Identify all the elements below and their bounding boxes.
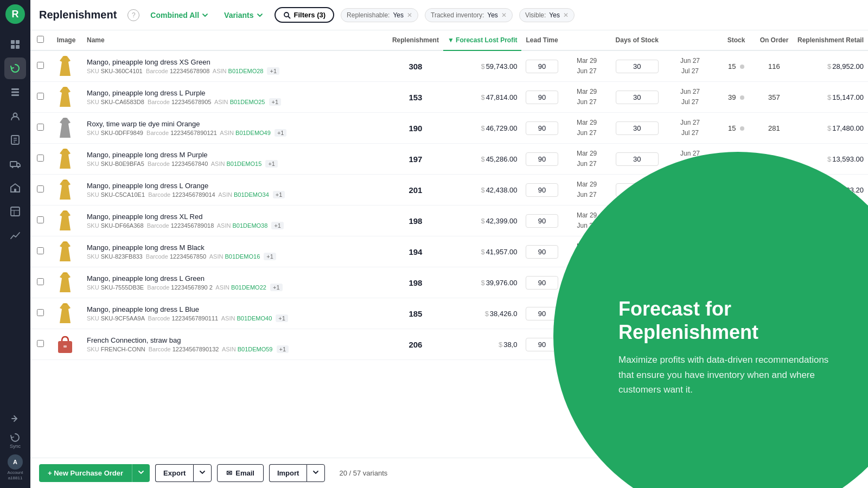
row-checkbox[interactable] — [37, 216, 44, 223]
import-dropdown[interactable] — [307, 464, 325, 482]
table-row: Mango, pineapple long dress L Purple SKU… — [30, 82, 868, 113]
expand-icon[interactable] — [4, 408, 26, 429]
account-icon[interactable]: A Account a18811 — [4, 452, 26, 483]
select-all-checkbox[interactable] — [37, 36, 44, 43]
dos-cell[interactable]: 30 — [611, 113, 663, 144]
product-name-cell: Mango, pineapple long dress XL Red SKU S… — [82, 206, 388, 236]
lead-time-input[interactable]: 90 — [526, 91, 558, 104]
dates1-cell: Mar 29 Jun 27 — [563, 113, 611, 144]
product-name: Mango, pineapple long dress L Green — [87, 274, 384, 282]
lead-time-input[interactable]: 90 — [526, 276, 558, 290]
days-of-stock-input[interactable]: 30 — [616, 60, 659, 73]
row-checkbox[interactable] — [37, 93, 44, 100]
header-image-col: Image — [50, 30, 82, 50]
svg-rect-25 — [63, 345, 67, 348]
leadtime-cell[interactable]: 90 — [521, 236, 562, 267]
overlay-description: Maximize profits with data-driven recomm… — [618, 352, 846, 397]
contacts-icon[interactable] — [4, 105, 26, 127]
email-button[interactable]: ✉ Email — [217, 464, 264, 482]
stock-indicator-icon — [740, 95, 744, 100]
lead-time-input[interactable]: 90 — [526, 121, 558, 135]
onorder-cell: 357 — [755, 82, 793, 113]
dashboard-icon[interactable] — [4, 34, 26, 55]
leadtime-cell[interactable]: 90 — [521, 267, 562, 298]
days-of-stock-input[interactable]: 30 — [616, 152, 659, 166]
dos-cell[interactable]: 30 — [611, 82, 663, 113]
leadtime-cell[interactable]: 90 — [521, 50, 562, 82]
leadtime-cell[interactable]: 90 — [521, 82, 562, 113]
lead-time-input[interactable]: 90 — [526, 152, 558, 166]
product-name: Mango, pineapple long dress M Black — [87, 243, 384, 252]
dates1-cell: Mar 29 Jun 27 — [563, 50, 611, 82]
replenishable-filter-chip[interactable]: Replenishable: Yes ✕ — [341, 8, 418, 22]
new-purchase-order-dropdown[interactable] — [132, 464, 150, 482]
row-checkbox[interactable] — [37, 309, 44, 316]
row-checkbox[interactable] — [37, 155, 44, 162]
catalog-icon[interactable] — [4, 81, 26, 103]
row-checkbox[interactable] — [37, 247, 44, 254]
shipping-icon[interactable] — [4, 153, 26, 175]
days-of-stock-input[interactable]: 30 — [616, 121, 659, 135]
analytics-icon[interactable] — [4, 224, 26, 246]
stock-dates: Jun 27 Jul 27 — [667, 56, 713, 76]
dos-cell[interactable]: 30 — [611, 50, 663, 82]
leadtime-cell[interactable]: 90 — [521, 206, 562, 236]
product-image-cell — [50, 82, 82, 113]
export-button[interactable]: Export — [155, 464, 193, 482]
row-checkbox[interactable] — [37, 62, 44, 69]
product-image-cell — [50, 298, 82, 329]
tracked-inventory-filter-chip[interactable]: Tracked inventory: Yes ✕ — [425, 8, 513, 22]
orders-icon[interactable] — [4, 129, 26, 151]
visible-filter-chip[interactable]: Visible: Yes ✕ — [519, 8, 575, 22]
import-button-group: Import — [269, 464, 325, 482]
new-purchase-order-button[interactable]: + New Purchase Order — [39, 464, 132, 482]
table-reports-icon[interactable] — [4, 201, 26, 222]
replenishment-nav-icon[interactable] — [4, 57, 26, 79]
row-checkbox[interactable] — [37, 185, 44, 192]
header-replenishment-col: Replenishment — [388, 30, 443, 50]
forecast-cell: $59,743.00 — [443, 50, 522, 82]
forecast-value: $38,426.0 — [485, 310, 518, 318]
lead-time-input[interactable]: 90 — [526, 307, 558, 320]
lead-time-input[interactable]: 90 — [526, 245, 558, 259]
export-dropdown[interactable] — [193, 464, 212, 482]
combined-all-button[interactable]: Combined All — [146, 9, 213, 22]
filters-label: Filters (3) — [294, 11, 326, 19]
retail-cell: $15,147.00 — [793, 82, 868, 113]
variant-tag: +1 — [265, 160, 278, 168]
row-checkbox[interactable] — [37, 340, 44, 347]
replenishment-value: 198 — [409, 278, 422, 287]
replenishment-value: 194 — [409, 247, 422, 256]
days-of-stock-input[interactable]: 30 — [616, 91, 659, 104]
variants-button[interactable]: Variants — [220, 9, 267, 22]
sync-button[interactable]: Sync — [10, 433, 21, 449]
replenishment-cell: 185 — [388, 298, 443, 329]
header-forecast-col[interactable]: ▼ Forecast Lost Profit — [443, 30, 522, 50]
replenishment-cell: 206 — [388, 329, 443, 360]
filters-button[interactable]: Filters (3) — [275, 7, 335, 23]
warehouse-icon[interactable] — [4, 177, 26, 198]
leadtime-cell[interactable]: 90 — [521, 113, 562, 144]
forecast-value: $45,286.00 — [481, 155, 517, 163]
product-name: Mango, pineapple long dress M Purple — [87, 151, 384, 159]
lead-time-input[interactable]: 90 — [526, 60, 558, 73]
help-icon[interactable]: ? — [127, 9, 139, 21]
overlay-title: Forecast for Replenishment — [618, 297, 846, 344]
row-checkbox[interactable] — [37, 278, 44, 285]
dos-cell[interactable]: 30 — [611, 144, 663, 175]
product-meta: SKU SKU-C5CA10E1 Barcode 1223456789014 A… — [87, 191, 384, 198]
row-checkbox[interactable] — [37, 124, 44, 131]
import-button[interactable]: Import — [269, 464, 307, 482]
lead-time-input[interactable]: 90 — [526, 183, 558, 197]
leadtime-cell[interactable]: 90 — [521, 144, 562, 175]
variant-tag: +1 — [273, 191, 285, 198]
app-logo[interactable]: R — [5, 4, 25, 24]
svg-rect-7 — [11, 92, 19, 93]
product-image — [54, 241, 76, 262]
leadtime-cell[interactable]: 90 — [521, 175, 562, 206]
forecast-cell: $39,976.00 — [443, 267, 522, 298]
product-meta: SKU SKU-0DFF9849 Barcode 12234567890121 … — [87, 129, 384, 137]
svg-rect-2 — [11, 40, 15, 44]
lead-time-input[interactable]: 90 — [526, 214, 558, 228]
retail-cell: $28,952.00 — [793, 50, 868, 82]
